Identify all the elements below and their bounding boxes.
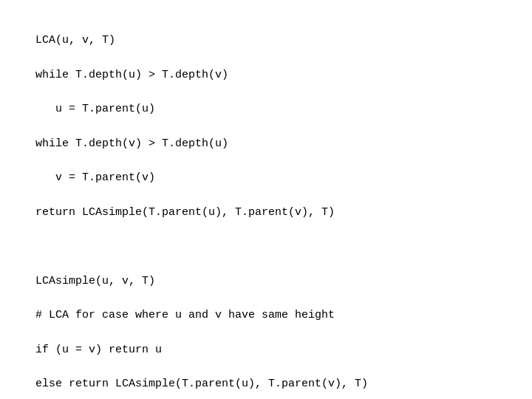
code-line-9: if (u = v) return u xyxy=(35,344,162,356)
code-line-7: LCAsimple(u, v, T) xyxy=(35,275,155,287)
code-line-blank xyxy=(35,240,42,253)
code-line-5: v = T.parent(v) xyxy=(35,171,155,184)
code-line-1: LCA(u, v, T) xyxy=(35,34,115,47)
code-line-10: else return LCAsimple(T.parent(u), T.par… xyxy=(35,378,368,390)
code-line-8: # LCA for case where u and v have same h… xyxy=(35,309,335,321)
code-display: LCA(u, v, T) while T.depth(u) > T.depth(… xyxy=(22,15,368,393)
code-line-2: while T.depth(u) > T.depth(v) xyxy=(35,69,228,81)
code-line-6: return LCAsimple(T.parent(u), T.parent(v… xyxy=(35,206,335,219)
code-line-4: while T.depth(v) > T.depth(u) xyxy=(35,137,228,150)
code-line-3: u = T.parent(u) xyxy=(35,103,155,115)
